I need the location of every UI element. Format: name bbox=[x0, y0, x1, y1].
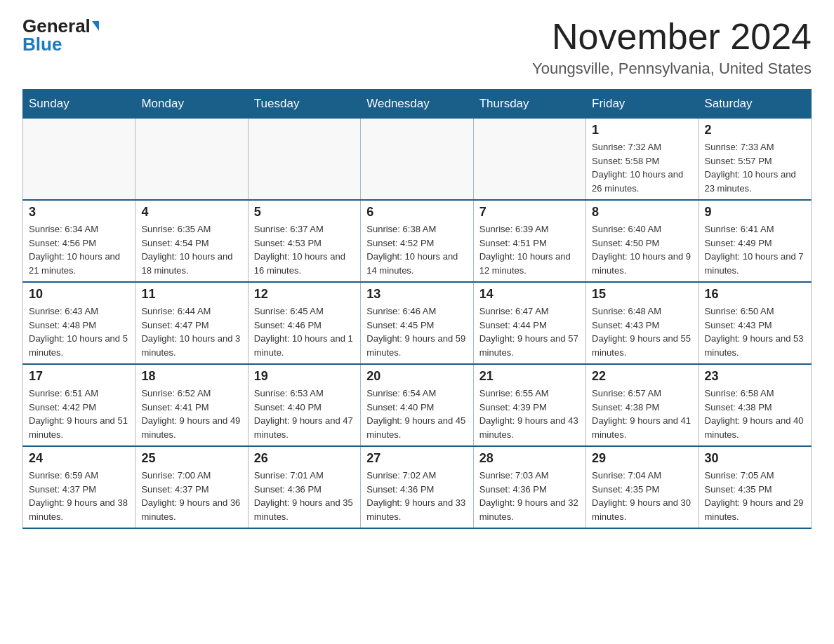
day-number: 26 bbox=[254, 451, 355, 466]
calendar-cell bbox=[473, 119, 585, 201]
calendar-cell: 9Sunrise: 6:41 AM Sunset: 4:49 PM Daylig… bbox=[699, 200, 811, 282]
page-header: General Blue November 2024 Youngsville, … bbox=[22, 17, 812, 78]
day-number: 3 bbox=[29, 205, 129, 220]
day-info: Sunrise: 7:00 AM Sunset: 4:37 PM Dayligh… bbox=[141, 469, 241, 523]
calendar-cell: 29Sunrise: 7:04 AM Sunset: 4:35 PM Dayli… bbox=[586, 446, 699, 528]
month-year-title: November 2024 bbox=[532, 17, 812, 57]
calendar-cell: 18Sunrise: 6:52 AM Sunset: 4:41 PM Dayli… bbox=[135, 364, 248, 446]
day-info: Sunrise: 6:41 AM Sunset: 4:49 PM Dayligh… bbox=[705, 222, 805, 277]
calendar-cell: 27Sunrise: 7:02 AM Sunset: 4:36 PM Dayli… bbox=[361, 446, 473, 528]
calendar-cell: 1Sunrise: 7:32 AM Sunset: 5:58 PM Daylig… bbox=[586, 119, 699, 201]
calendar-cell bbox=[248, 119, 360, 201]
calendar-cell: 20Sunrise: 6:54 AM Sunset: 4:40 PM Dayli… bbox=[361, 364, 473, 446]
day-number: 21 bbox=[479, 369, 580, 384]
calendar-cell: 8Sunrise: 6:40 AM Sunset: 4:50 PM Daylig… bbox=[586, 200, 699, 282]
day-info: Sunrise: 7:04 AM Sunset: 4:35 PM Dayligh… bbox=[592, 469, 692, 523]
calendar-cell: 4Sunrise: 6:35 AM Sunset: 4:54 PM Daylig… bbox=[135, 200, 248, 282]
day-info: Sunrise: 6:55 AM Sunset: 4:39 PM Dayligh… bbox=[479, 387, 580, 441]
day-number: 2 bbox=[705, 123, 805, 137]
calendar-cell bbox=[135, 119, 248, 201]
day-info: Sunrise: 7:02 AM Sunset: 4:36 PM Dayligh… bbox=[366, 469, 467, 523]
weekday-header-monday: Monday bbox=[135, 90, 248, 119]
day-info: Sunrise: 6:58 AM Sunset: 4:38 PM Dayligh… bbox=[705, 387, 805, 441]
calendar-cell: 10Sunrise: 6:43 AM Sunset: 4:48 PM Dayli… bbox=[23, 282, 135, 364]
day-number: 23 bbox=[705, 369, 805, 384]
calendar-week-row: 24Sunrise: 6:59 AM Sunset: 4:37 PM Dayli… bbox=[23, 446, 812, 528]
calendar-cell: 21Sunrise: 6:55 AM Sunset: 4:39 PM Dayli… bbox=[473, 364, 585, 446]
weekday-header-wednesday: Wednesday bbox=[361, 90, 473, 119]
day-info: Sunrise: 6:38 AM Sunset: 4:52 PM Dayligh… bbox=[366, 222, 467, 277]
day-number: 13 bbox=[366, 287, 467, 302]
day-number: 7 bbox=[479, 205, 580, 220]
day-info: Sunrise: 7:03 AM Sunset: 4:36 PM Dayligh… bbox=[479, 469, 580, 523]
day-number: 18 bbox=[141, 369, 241, 384]
day-number: 9 bbox=[705, 205, 805, 220]
day-number: 17 bbox=[29, 369, 129, 384]
day-info: Sunrise: 6:53 AM Sunset: 4:40 PM Dayligh… bbox=[254, 387, 355, 441]
day-number: 28 bbox=[479, 451, 580, 466]
calendar-cell bbox=[23, 119, 135, 201]
day-number: 29 bbox=[592, 451, 692, 466]
day-info: Sunrise: 7:05 AM Sunset: 4:35 PM Dayligh… bbox=[705, 469, 805, 523]
calendar-week-row: 1Sunrise: 7:32 AM Sunset: 5:58 PM Daylig… bbox=[23, 119, 812, 201]
day-number: 14 bbox=[479, 287, 580, 302]
calendar-cell: 3Sunrise: 6:34 AM Sunset: 4:56 PM Daylig… bbox=[23, 200, 135, 282]
calendar-cell: 11Sunrise: 6:44 AM Sunset: 4:47 PM Dayli… bbox=[135, 282, 248, 364]
day-number: 12 bbox=[254, 287, 355, 302]
day-info: Sunrise: 6:46 AM Sunset: 4:45 PM Dayligh… bbox=[366, 304, 467, 359]
day-number: 10 bbox=[29, 287, 129, 302]
day-info: Sunrise: 6:54 AM Sunset: 4:40 PM Dayligh… bbox=[366, 387, 467, 441]
day-number: 5 bbox=[254, 205, 355, 220]
day-info: Sunrise: 6:47 AM Sunset: 4:44 PM Dayligh… bbox=[479, 304, 580, 359]
weekday-header-thursday: Thursday bbox=[473, 90, 585, 119]
calendar-week-row: 10Sunrise: 6:43 AM Sunset: 4:48 PM Dayli… bbox=[23, 282, 812, 364]
calendar-cell: 26Sunrise: 7:01 AM Sunset: 4:36 PM Dayli… bbox=[248, 446, 360, 528]
logo-general-text: General bbox=[22, 17, 91, 35]
calendar-cell: 7Sunrise: 6:39 AM Sunset: 4:51 PM Daylig… bbox=[473, 200, 585, 282]
location-subtitle: Youngsville, Pennsylvania, United States bbox=[532, 60, 812, 78]
logo-blue-text: Blue bbox=[22, 35, 62, 53]
calendar-cell: 12Sunrise: 6:45 AM Sunset: 4:46 PM Dayli… bbox=[248, 282, 360, 364]
day-info: Sunrise: 7:33 AM Sunset: 5:57 PM Dayligh… bbox=[705, 140, 805, 195]
day-info: Sunrise: 6:34 AM Sunset: 4:56 PM Dayligh… bbox=[29, 222, 129, 277]
day-number: 20 bbox=[366, 369, 467, 384]
day-info: Sunrise: 6:39 AM Sunset: 4:51 PM Dayligh… bbox=[479, 222, 580, 277]
day-number: 25 bbox=[141, 451, 241, 466]
day-number: 8 bbox=[592, 205, 692, 220]
day-info: Sunrise: 6:59 AM Sunset: 4:37 PM Dayligh… bbox=[29, 469, 129, 523]
weekday-header-tuesday: Tuesday bbox=[248, 90, 360, 119]
calendar-table: SundayMondayTuesdayWednesdayThursdayFrid… bbox=[22, 89, 812, 529]
day-info: Sunrise: 6:40 AM Sunset: 4:50 PM Dayligh… bbox=[592, 222, 692, 277]
day-number: 6 bbox=[366, 205, 467, 220]
calendar-cell: 28Sunrise: 7:03 AM Sunset: 4:36 PM Dayli… bbox=[473, 446, 585, 528]
logo: General Blue bbox=[22, 17, 99, 53]
day-info: Sunrise: 7:01 AM Sunset: 4:36 PM Dayligh… bbox=[254, 469, 355, 523]
day-info: Sunrise: 6:57 AM Sunset: 4:38 PM Dayligh… bbox=[592, 387, 692, 441]
logo-arrow-icon bbox=[92, 21, 99, 31]
day-number: 1 bbox=[592, 123, 692, 137]
calendar-cell: 22Sunrise: 6:57 AM Sunset: 4:38 PM Dayli… bbox=[586, 364, 699, 446]
calendar-cell: 19Sunrise: 6:53 AM Sunset: 4:40 PM Dayli… bbox=[248, 364, 360, 446]
day-number: 30 bbox=[705, 451, 805, 466]
day-info: Sunrise: 6:37 AM Sunset: 4:53 PM Dayligh… bbox=[254, 222, 355, 277]
calendar-cell: 30Sunrise: 7:05 AM Sunset: 4:35 PM Dayli… bbox=[699, 446, 811, 528]
calendar-cell: 2Sunrise: 7:33 AM Sunset: 5:57 PM Daylig… bbox=[699, 119, 811, 201]
calendar-week-row: 3Sunrise: 6:34 AM Sunset: 4:56 PM Daylig… bbox=[23, 200, 812, 282]
weekday-header-friday: Friday bbox=[586, 90, 699, 119]
weekday-header-saturday: Saturday bbox=[699, 90, 811, 119]
day-info: Sunrise: 6:35 AM Sunset: 4:54 PM Dayligh… bbox=[141, 222, 241, 277]
calendar-cell: 15Sunrise: 6:48 AM Sunset: 4:43 PM Dayli… bbox=[586, 282, 699, 364]
day-info: Sunrise: 6:43 AM Sunset: 4:48 PM Dayligh… bbox=[29, 304, 129, 359]
calendar-cell: 5Sunrise: 6:37 AM Sunset: 4:53 PM Daylig… bbox=[248, 200, 360, 282]
calendar-cell bbox=[361, 119, 473, 201]
calendar-cell: 14Sunrise: 6:47 AM Sunset: 4:44 PM Dayli… bbox=[473, 282, 585, 364]
day-number: 15 bbox=[592, 287, 692, 302]
calendar-cell: 17Sunrise: 6:51 AM Sunset: 4:42 PM Dayli… bbox=[23, 364, 135, 446]
day-info: Sunrise: 6:48 AM Sunset: 4:43 PM Dayligh… bbox=[592, 304, 692, 359]
day-number: 4 bbox=[141, 205, 241, 220]
day-info: Sunrise: 6:44 AM Sunset: 4:47 PM Dayligh… bbox=[141, 304, 241, 359]
day-info: Sunrise: 6:50 AM Sunset: 4:43 PM Dayligh… bbox=[705, 304, 805, 359]
day-info: Sunrise: 6:45 AM Sunset: 4:46 PM Dayligh… bbox=[254, 304, 355, 359]
day-number: 11 bbox=[141, 287, 241, 302]
calendar-cell: 16Sunrise: 6:50 AM Sunset: 4:43 PM Dayli… bbox=[699, 282, 811, 364]
